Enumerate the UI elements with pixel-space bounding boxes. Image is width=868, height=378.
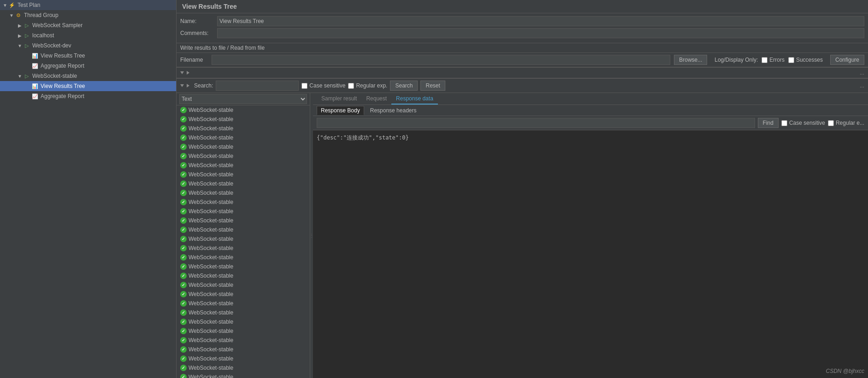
successes-checkbox-group[interactable]: Successes (788, 57, 823, 63)
sidebar-item-aggregate-report-stable[interactable]: 📈 Aggregate Report (0, 91, 176, 101)
detail-case-sensitive-group[interactable]: Case sensitive (781, 120, 825, 126)
sidebar-item-websocket-stable[interactable]: ▼ ▷ WebSocket-stable (0, 71, 176, 81)
sidebar-item-websocket-sampler[interactable]: ▶ ▷ WebSocket Sampler (0, 20, 176, 30)
sidebar-item-label: WebSocket-stable (32, 73, 77, 79)
result-list-panel: Text HTML JSON XML CSS ✓WebSocket-stable… (177, 93, 310, 378)
result-list-item[interactable]: ✓WebSocket-stable (177, 207, 310, 216)
status-icon: ✓ (180, 227, 187, 233)
result-list-item[interactable]: ✓WebSocket-stable (177, 115, 310, 124)
successes-checkbox[interactable] (788, 57, 794, 63)
errors-checkbox-group[interactable]: Errors (762, 57, 785, 63)
result-list-item[interactable]: ✓WebSocket-stable (177, 308, 310, 317)
result-list-item[interactable]: ✓WebSocket-stable (177, 133, 310, 142)
configure-button[interactable]: Configure (830, 55, 864, 65)
result-list-item[interactable]: ✓WebSocket-stable (177, 336, 310, 345)
tab-request[interactable]: Request (361, 93, 391, 105)
result-list-item[interactable]: ✓WebSocket-stable (177, 179, 310, 188)
result-list-item[interactable]: ✓WebSocket-stable (177, 170, 310, 179)
sidebar-item-websocket-dev[interactable]: ▼ ▷ WebSocket-dev (0, 41, 176, 51)
detail-tabs: Sampler result Request Response data (313, 93, 868, 105)
case-sensitive-label: Case sensitive (309, 82, 345, 89)
detail-regular-exp-group[interactable]: Regular e... (828, 120, 864, 126)
comments-input[interactable] (217, 28, 864, 38)
case-sensitive-checkbox[interactable] (301, 83, 307, 89)
find-button[interactable]: Find (758, 118, 779, 128)
dots-menu-2[interactable]: ... (860, 82, 864, 89)
reset-button[interactable]: Reset (420, 81, 445, 91)
comments-row: Comments: (180, 28, 864, 38)
regular-exp-group[interactable]: Regular exp. (348, 82, 387, 89)
search-input[interactable] (216, 81, 299, 91)
result-list-item[interactable]: ✓WebSocket-stable (177, 271, 310, 280)
result-list-item[interactable]: ✓WebSocket-stable (177, 188, 310, 198)
arrow-icon: ▼ (17, 74, 23, 79)
log-display-label: Log/Display Only: (714, 57, 758, 63)
result-list-item[interactable]: ✓WebSocket-stable (177, 105, 310, 115)
sidebar-item-aggregate-report-dev[interactable]: 📈 Aggregate Report (0, 61, 176, 71)
format-select[interactable]: Text HTML JSON XML CSS (179, 94, 307, 104)
tab-response-data[interactable]: Response data (391, 93, 438, 105)
result-list-item[interactable]: ✓WebSocket-stable (177, 326, 310, 336)
result-list-item[interactable]: ✓WebSocket-stable (177, 161, 310, 170)
status-icon: ✓ (180, 374, 187, 378)
regular-exp-checkbox[interactable] (348, 83, 354, 89)
result-list-toolbar: Text HTML JSON XML CSS (177, 93, 310, 105)
result-item-label: WebSocket-stable (189, 144, 233, 150)
result-item-label: WebSocket-stable (189, 208, 233, 215)
browse-button[interactable]: Browse... (674, 55, 707, 65)
search-button[interactable]: Search (390, 81, 418, 91)
result-item-label: WebSocket-stable (189, 190, 233, 196)
result-item-label: WebSocket-stable (189, 282, 233, 288)
result-list-item[interactable]: ✓WebSocket-stable (177, 124, 310, 133)
status-icon: ✓ (180, 319, 187, 325)
sidebar-item-test-plan[interactable]: ▼ ⚡ Test Plan (0, 0, 176, 10)
sidebar-item-label: View Results Tree (41, 52, 85, 59)
sidebar-item-view-results-tree-stable[interactable]: 📊 View Results Tree (0, 81, 176, 91)
sampler-icon: ▷ (23, 22, 30, 29)
result-list-item[interactable]: ✓WebSocket-stable (177, 299, 310, 308)
result-list-item[interactable]: ✓WebSocket-stable (177, 151, 310, 161)
result-item-label: WebSocket-stable (189, 328, 233, 334)
name-input[interactable] (217, 16, 864, 26)
errors-checkbox[interactable] (762, 57, 768, 63)
sidebar: ▼ ⚡ Test Plan ▼ ⚙ Thread Group ▶ ▷ WebSo… (0, 0, 177, 378)
tab-sampler-result[interactable]: Sampler result (317, 93, 361, 105)
sub-tab-response-body[interactable]: Response Body (317, 106, 364, 115)
result-list-item[interactable]: ✓WebSocket-stable (177, 216, 310, 225)
result-list-item[interactable]: ✓WebSocket-stable (177, 317, 310, 326)
result-list-item[interactable]: ✓WebSocket-stable (177, 372, 310, 378)
dots-menu-1[interactable]: ... (860, 70, 864, 76)
sub-tab-response-headers[interactable]: Response headers (366, 106, 421, 115)
result-list-item[interactable]: ✓WebSocket-stable (177, 345, 310, 354)
write-results-label: Write results to file / Read from file (180, 45, 265, 51)
filename-input[interactable] (212, 55, 670, 65)
result-list-item[interactable]: ✓WebSocket-stable (177, 262, 310, 271)
detail-case-sensitive-checkbox[interactable] (781, 120, 787, 126)
result-list-item[interactable]: ✓WebSocket-stable (177, 225, 310, 234)
search-bar-row-2: Search: Case sensitive Regular exp. Sear… (177, 78, 868, 93)
status-icon: ✓ (180, 328, 187, 334)
result-list-item[interactable]: ✓WebSocket-stable (177, 280, 310, 290)
detail-regular-exp-checkbox[interactable] (828, 120, 834, 126)
result-list-item[interactable]: ✓WebSocket-stable (177, 198, 310, 207)
result-list-item[interactable]: ✓WebSocket-stable (177, 253, 310, 262)
result-list-item[interactable]: ✓WebSocket-stable (177, 142, 310, 151)
sidebar-item-view-results-tree-dev[interactable]: 📊 View Results Tree (0, 51, 176, 61)
sidebar-item-localhost[interactable]: ▶ ▷ localhost (0, 30, 176, 41)
result-list-item[interactable]: ✓WebSocket-stable (177, 354, 310, 363)
title-text: View Results Tree (182, 3, 237, 10)
status-icon: ✓ (180, 180, 187, 187)
sidebar-item-thread-group[interactable]: ▼ ⚙ Thread Group (0, 10, 176, 20)
case-sensitive-group[interactable]: Case sensitive (301, 82, 345, 89)
response-body-text: {"desc":"连接成功","state":0} (317, 134, 864, 142)
result-list-item[interactable]: ✓WebSocket-stable (177, 363, 310, 372)
result-list-item[interactable]: ✓WebSocket-stable (177, 290, 310, 299)
status-icon: ✓ (180, 116, 187, 122)
detail-search-input[interactable] (317, 118, 755, 128)
result-list-item[interactable]: ✓WebSocket-stable (177, 234, 310, 244)
result-list-item[interactable]: ✓WebSocket-stable (177, 244, 310, 253)
result-item-label: WebSocket-stable (189, 337, 233, 343)
sidebar-item-label: Aggregate Report (41, 93, 84, 99)
status-icon: ✓ (180, 144, 187, 150)
search-bar-row-1: ... (177, 67, 868, 78)
